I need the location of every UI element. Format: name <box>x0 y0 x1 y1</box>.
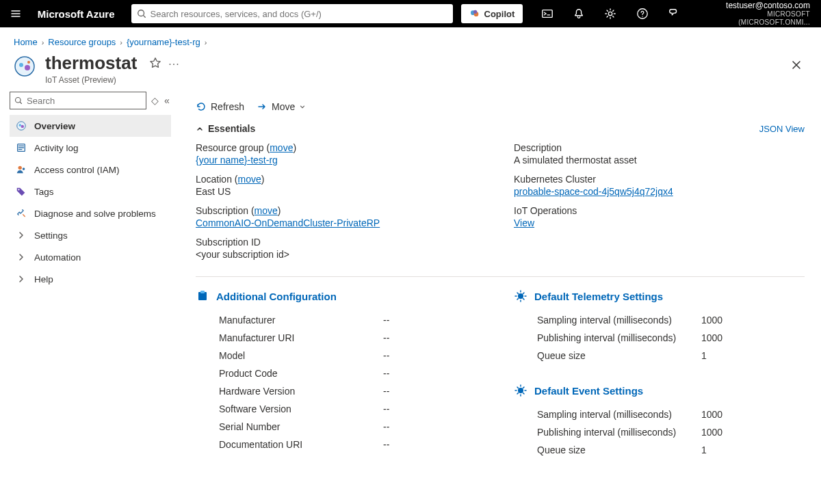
resource-group-link[interactable]: {your name}-test-rg <box>196 155 278 165</box>
chevron-down-icon <box>299 103 306 110</box>
sidebar-search-input[interactable] <box>27 96 142 106</box>
sidebar-item-label: Automation <box>34 252 81 263</box>
iot-operations-view-link[interactable]: View <box>514 217 534 228</box>
essentials-title-label: Essentials <box>208 123 255 134</box>
sidebar-search[interactable] <box>10 92 146 109</box>
svg-point-18 <box>18 189 19 190</box>
refresh-label: Refresh <box>211 101 244 112</box>
breadcrumb-resource-groups[interactable]: Resource groups <box>48 37 116 47</box>
kv-value: -- <box>383 386 486 397</box>
kv-value: -- <box>383 368 486 379</box>
kv-row: Product Code-- <box>196 364 486 382</box>
json-view-link[interactable]: JSON View <box>759 124 805 134</box>
close-blade-button[interactable] <box>785 54 807 76</box>
kv-key: Publishing interval (milliseconds) <box>537 332 701 343</box>
sidebar-collapse-icon[interactable]: « <box>163 94 171 107</box>
kv-value: -- <box>383 439 486 450</box>
global-search-input[interactable] <box>151 9 447 19</box>
kv-row: Queue size1 <box>514 347 805 364</box>
kv-value: -- <box>383 421 486 432</box>
move-label: Move <box>272 101 295 112</box>
notifications-icon[interactable] <box>566 0 592 27</box>
favorite-star-icon[interactable] <box>149 57 161 71</box>
breadcrumb-home[interactable]: Home <box>14 37 38 47</box>
cloud-shell-icon[interactable] <box>534 0 560 27</box>
account-block[interactable]: testuser@contoso.com MICROSOFT (MICROSOF… <box>692 1 816 27</box>
kv-key: Software Version <box>219 403 383 414</box>
move-location-link[interactable]: move <box>238 174 261 185</box>
menu-icon[interactable] <box>5 3 27 25</box>
chevron-up-icon <box>196 124 204 133</box>
kv-key: Sampling interval (milliseconds) <box>537 409 701 420</box>
kv-value: 1 <box>701 350 805 361</box>
kv-value: -- <box>383 350 486 361</box>
sidebar-item-label: Access control (IAM) <box>34 165 120 175</box>
kv-value: 1000 <box>701 332 805 343</box>
copilot-button[interactable]: Copilot <box>461 4 523 23</box>
kv-key: Model <box>219 350 383 361</box>
account-tenant: MICROSOFT (MICROSOFT.ONMI... <box>698 10 810 27</box>
kv-row: Manufacturer-- <box>196 311 486 329</box>
help-icon[interactable] <box>629 0 655 27</box>
chevron-right-icon: › <box>42 38 44 47</box>
sidebar-item-help[interactable]: Help <box>10 268 171 290</box>
breadcrumb: Home › Resource groups › {yourname}-test… <box>0 27 821 53</box>
page-subtitle: IoT Asset (Preview) <box>45 75 137 85</box>
k8s-cluster-link[interactable]: probable-space-cod-4j5qw5j4q72jqx4 <box>514 186 673 197</box>
kv-key: Queue size <box>537 350 701 361</box>
global-search[interactable] <box>131 4 453 23</box>
svg-point-3 <box>473 10 477 14</box>
sidebar-item-label: Help <box>34 274 53 284</box>
svg-rect-4 <box>542 10 551 18</box>
sidebar-item-iam[interactable]: Access control (IAM) <box>10 159 171 181</box>
activity-log-icon <box>15 142 27 154</box>
breadcrumb-resource[interactable]: {yourname}-test-rg <box>127 37 200 47</box>
overview-icon <box>15 120 27 132</box>
field-subscription-id: Subscription ID <your subscription id> <box>196 237 486 260</box>
sidebar-item-diagnose[interactable]: Diagnose and solve problems <box>10 202 171 224</box>
sidebar-item-automation[interactable]: Automation <box>10 246 171 268</box>
kv-key: Queue size <box>537 445 701 455</box>
sidebar-expand-icon[interactable]: ◇ <box>151 94 159 107</box>
field-subscription: Subscription (move) CommonAIO-OnDemandCl… <box>196 205 486 228</box>
kv-row: Documentation URI-- <box>196 436 486 453</box>
kv-key: Manufacturer URI <box>219 332 383 343</box>
chevron-right-icon <box>15 273 27 285</box>
kv-key: Manufacturer <box>219 315 383 326</box>
kv-row: Sampling interval (milliseconds)1000 <box>514 311 805 329</box>
move-button[interactable]: Move <box>257 101 306 112</box>
default-event-section: Default Event Settings Sampling interval… <box>514 384 805 459</box>
brand-label[interactable]: Microsoft Azure <box>38 8 115 20</box>
sidebar-item-overview[interactable]: Overview <box>10 115 171 137</box>
sidebar-item-label: Settings <box>34 230 68 241</box>
kv-key: Sampling interval (milliseconds) <box>537 315 701 326</box>
search-icon <box>14 96 23 105</box>
kv-row: Queue size1 <box>514 441 805 459</box>
svg-point-9 <box>25 65 30 70</box>
more-actions-icon[interactable]: ··· <box>168 58 179 70</box>
main-pane: Refresh Move Essentials JSON View Resour… <box>179 92 821 503</box>
subscription-link[interactable]: CommonAIO-OnDemandCluster-PrivateRP <box>196 217 380 228</box>
section-title: Default Event Settings <box>534 385 643 397</box>
diagnose-icon <box>15 207 27 220</box>
sidebar-item-tags[interactable]: Tags <box>10 181 171 202</box>
sidebar-item-activity-log[interactable]: Activity log <box>10 137 171 159</box>
svg-point-22 <box>518 388 523 393</box>
section-title: Additional Configuration <box>216 291 337 302</box>
settings-icon[interactable] <box>597 0 623 27</box>
kv-key: Publishing interval (milliseconds) <box>537 427 701 438</box>
svg-point-17 <box>23 168 25 170</box>
move-subscription-link[interactable]: move <box>255 205 278 216</box>
feedback-icon[interactable] <box>661 0 687 27</box>
refresh-button[interactable]: Refresh <box>196 101 244 112</box>
copilot-icon <box>469 8 480 19</box>
sidebar-item-settings[interactable]: Settings <box>10 224 171 246</box>
svg-point-14 <box>21 125 24 128</box>
tags-icon <box>15 185 27 198</box>
event-settings-icon <box>514 384 527 397</box>
field-k8s-cluster: Kubernetes Cluster probable-space-cod-4j… <box>514 174 805 197</box>
essentials-toggle[interactable]: Essentials <box>196 123 255 134</box>
kv-value: 1000 <box>701 427 805 438</box>
move-resource-group-link[interactable]: move <box>270 142 293 153</box>
kv-value: 1000 <box>701 409 805 420</box>
